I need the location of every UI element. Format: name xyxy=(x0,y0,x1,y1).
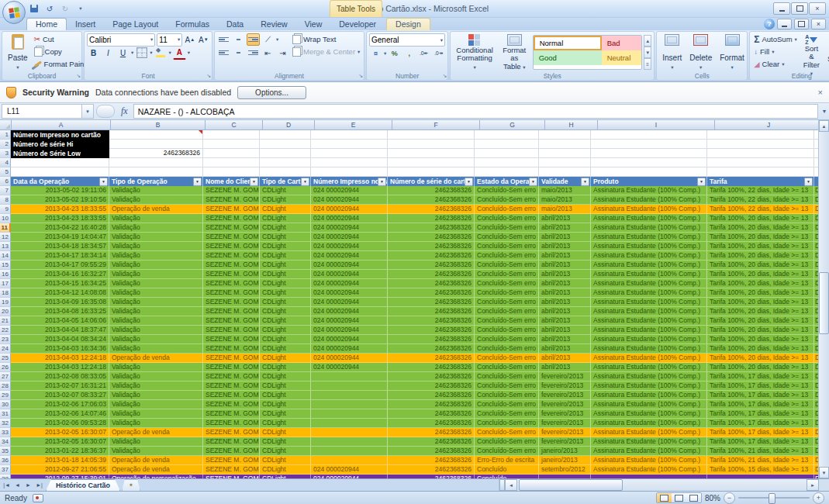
cell[interactable]: Assinatura Estudante (100% Comp.) xyxy=(591,335,707,344)
row-header-3[interactable]: 3 xyxy=(0,149,11,158)
tab-view[interactable]: View xyxy=(296,19,331,30)
font-size-select[interactable]: 11▾ xyxy=(157,33,182,47)
cell[interactable]: Tarifa 100%, 20 dias, Idade >= 13 xyxy=(707,242,814,251)
cell[interactable]: 024 000020944 xyxy=(311,288,388,298)
zoom-out-icon[interactable]: − xyxy=(724,492,735,504)
cell[interactable]: CDLight xyxy=(260,242,311,251)
row-header-31[interactable]: 31 xyxy=(0,409,11,419)
cell[interactable]: Número de série do cart▼ xyxy=(388,177,475,186)
cell[interactable]: Assinatura Estudante (100% Comp.) xyxy=(591,214,707,223)
cell[interactable]: 024 000020944 xyxy=(311,335,388,344)
cell[interactable]: Validação xyxy=(109,233,203,242)
cell[interactable]: SEZENE M. GOMES xyxy=(203,205,260,214)
cell[interactable]: CDLight xyxy=(260,428,311,437)
cell[interactable]: 2013-04-12 14:08:08 xyxy=(11,288,109,298)
cell[interactable]: Concluído-Sem erro xyxy=(475,298,539,307)
cell[interactable]: 2462368326 xyxy=(388,195,475,205)
cell[interactable]: Erro-Erro de escrita xyxy=(475,456,539,465)
cell[interactable] xyxy=(109,167,203,177)
cell[interactable]: 2013-04-03 12:24:18 xyxy=(11,363,109,372)
cell[interactable]: Validação xyxy=(109,363,203,372)
filter-dropdown-icon[interactable]: ▼ xyxy=(804,178,813,186)
cell[interactable]: Assinatura Estudante (100% Comp.) xyxy=(591,316,707,326)
cell[interactable] xyxy=(311,428,388,437)
cell[interactable]: CDLight xyxy=(260,391,311,400)
cell[interactable]: abril/2013 xyxy=(539,270,591,279)
percent-style-button[interactable]: % xyxy=(388,47,401,60)
increase-decimal-button[interactable]: .0↞ xyxy=(417,47,430,60)
record-macro-icon[interactable] xyxy=(33,494,43,502)
cell[interactable]: CDLight xyxy=(260,363,311,372)
shrink-font-button[interactable]: A▼ xyxy=(198,33,209,46)
cell[interactable]: abril/2013 xyxy=(539,344,591,354)
cell[interactable]: 2462368326 xyxy=(388,409,475,419)
cell[interactable] xyxy=(311,130,388,140)
cell[interactable]: Tarifa 100%, 21 dias, Idade >= 13 xyxy=(707,456,814,465)
column-header-B[interactable]: B xyxy=(111,120,206,130)
tab-review[interactable]: Review xyxy=(252,19,295,30)
cell[interactable] xyxy=(203,167,260,177)
cell[interactable]: CDLight xyxy=(260,465,311,475)
cell[interactable]: SEZENE M. GOMES xyxy=(203,437,260,447)
cell[interactable]: Concluído-Sem erro xyxy=(475,344,539,354)
cell[interactable]: 2462368326 xyxy=(388,419,475,428)
cell[interactable]: fevereiro/2013 xyxy=(539,437,591,447)
cell[interactable] xyxy=(475,130,539,140)
cell[interactable]: 2013-04-23 18:33:55 xyxy=(11,205,109,214)
cell[interactable]: Tarifa 100%, 20 dias, Idade >= 13 xyxy=(707,233,814,242)
cell[interactable]: Tarifa 100%, 17 dias, Idade >= 13 xyxy=(707,381,814,391)
cell[interactable]: Tarifa 100%, 20 dias, Idade >= 13 xyxy=(707,344,814,354)
cell[interactable]: Validação xyxy=(109,391,203,400)
cell[interactable]: Assinatura Estudante (100% Comp.) xyxy=(591,223,707,233)
cell[interactable]: Validação xyxy=(109,195,203,205)
cell[interactable]: 2013-04-09 16:35:08 xyxy=(11,298,109,307)
page-break-view-icon[interactable] xyxy=(686,493,701,502)
prev-sheet-icon[interactable]: ◄ xyxy=(12,482,22,488)
cell[interactable]: Validação xyxy=(109,270,203,279)
row-header-25[interactable]: 25 xyxy=(0,354,11,363)
cell[interactable]: Validação xyxy=(109,326,203,335)
cell[interactable]: Concluído-Sem erro xyxy=(475,400,539,409)
cell[interactable]: Tarifa 100%, 20 dias, Idade >= 13 xyxy=(707,316,814,326)
workbook-close-button[interactable]: × xyxy=(811,19,826,29)
cell[interactable]: CDLight xyxy=(260,279,311,288)
cell[interactable]: 024 000020944 xyxy=(311,354,388,363)
cell[interactable] xyxy=(388,130,475,140)
cell[interactable]: 2462368326 xyxy=(388,270,475,279)
cell[interactable]: 2462368326 xyxy=(388,363,475,372)
cell[interactable]: 2013-04-08 16:33:25 xyxy=(11,307,109,316)
cell[interactable]: SEZENE M. GOMES xyxy=(203,261,260,270)
cell[interactable]: Concluído-Sem erro xyxy=(475,316,539,326)
cell[interactable]: 2013-04-23 18:33:55 xyxy=(11,214,109,223)
filter-dropdown-icon[interactable]: ▼ xyxy=(301,178,309,186)
cell[interactable]: Data da Operação▼ xyxy=(11,177,109,186)
cell[interactable]: Tarifa 100%, 20 dias, Idade >= 13 xyxy=(707,363,814,372)
cell[interactable]: abril/2013 xyxy=(539,251,591,261)
cell[interactable]: CDLight xyxy=(260,195,311,205)
cell[interactable]: 2013-04-03 12:24:18 xyxy=(11,354,109,363)
close-button[interactable]: × xyxy=(809,2,826,15)
restore-button[interactable] xyxy=(791,2,808,15)
tab-insert[interactable]: Insert xyxy=(67,19,104,30)
cell[interactable]: SEZENE M. GOMES xyxy=(203,251,260,261)
cell[interactable] xyxy=(539,149,591,158)
cell[interactable]: CDLight xyxy=(260,381,311,391)
cell[interactable] xyxy=(591,149,707,158)
cell[interactable] xyxy=(591,130,707,140)
cell[interactable]: 2462368326 xyxy=(388,354,475,363)
cell[interactable]: Assinatura Estudante (100% Comp.) xyxy=(591,307,707,316)
cell[interactable] xyxy=(260,158,311,167)
cell[interactable]: 2013-02-05 16:30:07 xyxy=(11,437,109,447)
cell[interactable]: 2462368326 xyxy=(388,391,475,400)
row-header-34[interactable]: 34 xyxy=(0,437,11,447)
cell[interactable]: CDLight xyxy=(260,437,311,447)
cell[interactable]: CDLight xyxy=(260,307,311,316)
insert-worksheet-icon[interactable]: ✶ xyxy=(122,479,140,491)
cell[interactable]: janeiro/2013 xyxy=(539,456,591,465)
tab-developer[interactable]: Developer xyxy=(330,19,385,30)
cell[interactable] xyxy=(539,140,591,149)
row-header-30[interactable]: 30 xyxy=(0,400,11,409)
cell[interactable]: SEZENE M. GOMES xyxy=(203,316,260,326)
cell[interactable] xyxy=(475,167,539,177)
cell[interactable]: SEZENE M. GOMES xyxy=(203,223,260,233)
